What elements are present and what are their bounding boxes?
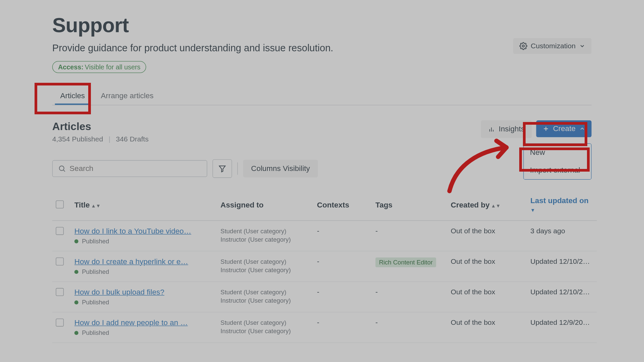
section-title: Articles bbox=[52, 120, 149, 133]
cell-dash: - bbox=[375, 288, 378, 295]
created-by-text: Out of the box bbox=[451, 227, 495, 234]
drafts-count: 346 Drafts bbox=[116, 135, 149, 143]
cell-dash: - bbox=[317, 318, 319, 326]
tag-chip[interactable]: Rich Content Editor bbox=[375, 257, 436, 267]
assigned-line: Instructor (User category) bbox=[220, 235, 310, 244]
chevron-up-icon bbox=[579, 126, 585, 132]
sort-icon: ▲▼ bbox=[91, 203, 101, 208]
select-all-checkbox[interactable] bbox=[56, 200, 64, 208]
article-title-link[interactable]: How do I link to a YouTube video… bbox=[74, 227, 213, 236]
plus-icon bbox=[542, 125, 549, 132]
status-row: Published bbox=[74, 268, 213, 275]
search-input[interactable] bbox=[69, 164, 201, 173]
cell-dash: - bbox=[375, 227, 378, 234]
created-by-text: Out of the box bbox=[451, 318, 495, 326]
access-badge: Access: Visible for all users bbox=[52, 61, 146, 73]
gear-icon bbox=[519, 42, 527, 50]
status-dot-icon bbox=[74, 300, 78, 304]
row-checkbox[interactable] bbox=[56, 318, 64, 326]
page-subtitle: Provide guidance for product understandi… bbox=[52, 43, 592, 54]
cell-dash: - bbox=[317, 227, 319, 234]
columns-visibility-button[interactable]: Columns Visibility bbox=[243, 160, 318, 178]
column-header-updated[interactable]: Last updated on ▼ bbox=[527, 192, 597, 221]
status-text: Published bbox=[82, 329, 109, 336]
article-title-link[interactable]: How do I create a hyperlink or e… bbox=[74, 257, 213, 266]
svg-marker-8 bbox=[219, 166, 225, 172]
article-title-link[interactable]: How do I add new people to an … bbox=[74, 318, 213, 327]
tab-articles[interactable]: Articles bbox=[52, 87, 93, 105]
create-button[interactable]: Create bbox=[536, 120, 591, 137]
updated-text: 3 days ago bbox=[530, 227, 565, 234]
column-header-contexts[interactable]: Contexts bbox=[314, 192, 372, 221]
status-text: Published bbox=[82, 299, 109, 306]
insights-button[interactable]: Insights bbox=[481, 120, 532, 138]
search-box[interactable] bbox=[52, 160, 207, 177]
published-count: 4,354 Published bbox=[52, 135, 103, 143]
sort-desc-icon: ▼ bbox=[530, 207, 535, 213]
cell-dash: - bbox=[317, 288, 319, 295]
customization-label: Customization bbox=[531, 42, 576, 50]
svg-point-0 bbox=[522, 45, 524, 47]
updated-text: Updated 12/10/2… bbox=[530, 257, 590, 265]
access-label: Access: bbox=[58, 63, 84, 71]
column-header-created-by[interactable]: Created by▲▼ bbox=[447, 192, 527, 221]
row-checkbox[interactable] bbox=[56, 288, 64, 296]
table-row: How do I create a hyperlink or e… Publis… bbox=[52, 251, 597, 282]
assigned-line: Instructor (User category) bbox=[220, 266, 310, 274]
assigned-line: Student (User category) bbox=[220, 318, 310, 327]
status-text: Published bbox=[82, 238, 109, 245]
status-dot-icon bbox=[74, 270, 78, 274]
table-row: How do I link to a YouTube video… Publis… bbox=[52, 221, 597, 251]
assigned-line: Student (User category) bbox=[220, 257, 310, 266]
insights-label: Insights bbox=[499, 125, 525, 133]
column-header-assigned[interactable]: Assigned to bbox=[217, 192, 314, 221]
funnel-icon bbox=[218, 165, 226, 173]
row-checkbox[interactable] bbox=[56, 257, 64, 265]
filter-button[interactable] bbox=[213, 159, 232, 178]
tabs-bar: Articles Arrange articles bbox=[52, 87, 592, 105]
customization-button[interactable]: Customization bbox=[513, 38, 591, 54]
assigned-line: Student (User category) bbox=[220, 227, 310, 235]
svg-line-7 bbox=[63, 170, 65, 172]
article-title-link[interactable]: How do I bulk upload files? bbox=[74, 288, 213, 297]
cell-dash: - bbox=[317, 257, 319, 265]
bar-chart-icon bbox=[488, 126, 495, 133]
create-dropdown: New Import external bbox=[523, 143, 591, 180]
dropdown-item-new[interactable]: New bbox=[524, 144, 591, 162]
row-checkbox[interactable] bbox=[56, 227, 64, 235]
created-by-text: Out of the box bbox=[451, 288, 495, 295]
updated-text: Updated 12/10/2… bbox=[530, 288, 590, 295]
create-label: Create bbox=[553, 124, 576, 133]
search-icon bbox=[58, 165, 66, 173]
articles-table: Title▲▼ Assigned to Contexts Tags Create… bbox=[52, 192, 597, 343]
table-row: How do I add new people to an … Publishe… bbox=[52, 312, 597, 343]
column-header-tags[interactable]: Tags bbox=[372, 192, 447, 221]
assigned-line: Instructor (User category) bbox=[220, 327, 310, 335]
updated-text: Updated 12/9/20… bbox=[530, 318, 590, 326]
svg-point-6 bbox=[59, 166, 64, 171]
assigned-line: Student (User category) bbox=[220, 288, 310, 296]
chevron-down-icon bbox=[579, 43, 585, 49]
toolbar-divider bbox=[237, 162, 238, 175]
column-header-title[interactable]: Title▲▼ bbox=[71, 192, 217, 221]
tab-arrange-articles[interactable]: Arrange articles bbox=[93, 87, 162, 105]
access-value: Visible for all users bbox=[85, 63, 141, 71]
tab-label: Articles bbox=[60, 92, 85, 100]
article-counts: 4,354 Published | 346 Drafts bbox=[52, 135, 149, 143]
tab-label: Arrange articles bbox=[101, 92, 154, 100]
status-row: Published bbox=[74, 329, 213, 336]
dropdown-item-import[interactable]: Import external bbox=[524, 162, 591, 179]
page-title: Support bbox=[52, 13, 592, 37]
status-dot-icon bbox=[74, 331, 78, 335]
status-row: Published bbox=[74, 238, 213, 245]
status-text: Published bbox=[82, 268, 109, 275]
created-by-text: Out of the box bbox=[451, 257, 495, 265]
status-dot-icon bbox=[74, 239, 78, 243]
sort-icon: ▲▼ bbox=[491, 203, 501, 208]
count-divider: | bbox=[109, 135, 110, 143]
cell-dash: - bbox=[375, 318, 378, 326]
table-row: How do I bulk upload files? Published St… bbox=[52, 282, 597, 312]
status-row: Published bbox=[74, 299, 213, 306]
assigned-line: Instructor (User category) bbox=[220, 296, 310, 305]
